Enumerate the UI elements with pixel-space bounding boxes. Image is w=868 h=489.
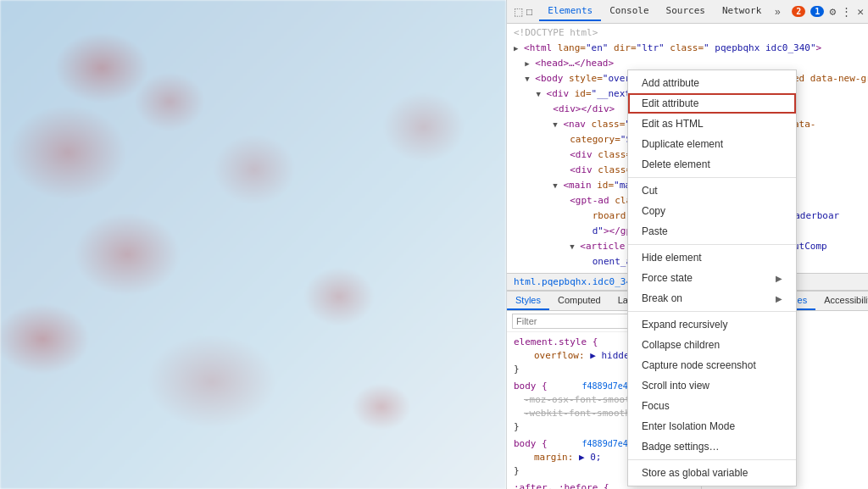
dom-line-doctype[interactable]: <!DOCTYPE html> bbox=[507, 25, 868, 41]
devtools-topbar: ⬚ □ Elements Console Sources Network » 2… bbox=[507, 0, 868, 24]
warning-badge: 1 bbox=[810, 6, 824, 17]
context-menu-item[interactable]: Badge settings… bbox=[628, 436, 796, 457]
tab-elements[interactable]: Elements bbox=[539, 2, 601, 21]
context-menu-item-label: Collapse children bbox=[642, 339, 720, 351]
context-menu-item[interactable]: Duplicate element bbox=[628, 134, 796, 154]
context-menu-item[interactable]: Store as global variable bbox=[628, 463, 796, 483]
context-menu-item[interactable]: Edit as HTML bbox=[628, 114, 796, 134]
context-menu-item-label: Hide element bbox=[642, 252, 702, 264]
context-menu-item[interactable]: Capture node screenshot bbox=[628, 355, 796, 375]
context-menu-item-label: Delete element bbox=[642, 158, 710, 170]
context-menu-item[interactable]: Collapse children bbox=[628, 335, 796, 355]
more-tabs-icon[interactable]: » bbox=[770, 4, 785, 19]
context-menu-item-label: Copy bbox=[642, 205, 665, 217]
context-menu: Add attributeEdit attributeEdit as HTMLD… bbox=[627, 69, 797, 486]
cursor-icon[interactable]: ⬚ bbox=[514, 4, 523, 19]
tab-accessibility[interactable]: Accessibility bbox=[815, 292, 868, 310]
context-menu-item-label: Edit as HTML bbox=[642, 118, 704, 130]
dom-line-html[interactable]: ▶ <html lang="en" dir="ltr" class=" pqep… bbox=[507, 41, 868, 56]
context-menu-item-label: Expand recursively bbox=[642, 319, 727, 331]
context-menu-item[interactable]: Force state▶ bbox=[628, 268, 796, 288]
submenu-arrow-icon: ▶ bbox=[776, 294, 782, 303]
context-menu-item-label: Badge settings… bbox=[642, 441, 719, 453]
context-menu-item[interactable]: Delete element bbox=[628, 154, 796, 175]
context-menu-item-label: Paste bbox=[642, 225, 668, 237]
context-menu-item[interactable]: Copy bbox=[628, 201, 796, 221]
close-icon[interactable]: ✕ bbox=[857, 5, 864, 18]
context-menu-item-label: Force state bbox=[642, 272, 693, 284]
context-menu-item[interactable]: Expand recursively bbox=[628, 314, 796, 335]
topbar-right: 2 1 ⚙ ⋮ ✕ bbox=[792, 5, 864, 18]
context-menu-item-label: Store as global variable bbox=[642, 467, 748, 479]
tab-network[interactable]: Network bbox=[714, 2, 770, 21]
context-menu-item[interactable]: Add attribute bbox=[628, 73, 796, 93]
submenu-arrow-icon: ▶ bbox=[776, 274, 782, 283]
context-menu-item[interactable]: Enter Isolation Mode bbox=[628, 416, 796, 436]
context-menu-item-label: Add attribute bbox=[642, 77, 699, 89]
error-badge: 2 bbox=[792, 6, 805, 17]
context-menu-item-label: Duplicate element bbox=[642, 138, 723, 150]
context-menu-item[interactable]: Paste bbox=[628, 221, 796, 242]
context-menu-item[interactable]: Break on▶ bbox=[628, 288, 796, 308]
context-menu-divider bbox=[628, 459, 796, 460]
context-menu-item-label: Scroll into view bbox=[642, 380, 709, 392]
context-menu-item[interactable]: Scroll into view bbox=[628, 375, 796, 396]
breadcrumb-html[interactable]: html.pqepbqhx.idc0_340 bbox=[514, 276, 637, 287]
tab-console[interactable]: Console bbox=[601, 2, 657, 21]
context-menu-divider bbox=[628, 244, 796, 245]
context-menu-item[interactable]: Focus bbox=[628, 396, 796, 416]
context-menu-item[interactable]: Cut bbox=[628, 181, 796, 201]
context-menu-item[interactable]: Edit attribute bbox=[628, 93, 796, 114]
tab-styles[interactable]: Styles bbox=[507, 292, 549, 310]
more-options-icon[interactable]: ⋮ bbox=[841, 5, 852, 18]
settings-icon[interactable]: ⚙ bbox=[829, 5, 836, 18]
context-menu-item-label: Focus bbox=[642, 400, 670, 412]
tab-computed[interactable]: Computed bbox=[549, 292, 609, 310]
context-menu-item-label: Break on bbox=[642, 292, 682, 304]
context-menu-divider bbox=[628, 311, 796, 312]
context-menu-item-label: Cut bbox=[642, 185, 658, 197]
context-menu-divider bbox=[628, 177, 796, 178]
context-menu-item-label: Edit attribute bbox=[642, 97, 698, 109]
context-menu-item-label: Enter Isolation Mode bbox=[642, 420, 735, 432]
box-inspect-icon[interactable]: □ bbox=[526, 4, 532, 19]
tab-sources[interactable]: Sources bbox=[658, 2, 714, 21]
devtools-tabs: Elements Console Sources Network » bbox=[539, 2, 785, 21]
context-menu-item-label: Capture node screenshot bbox=[642, 359, 756, 371]
context-menu-item[interactable]: Hide element bbox=[628, 247, 796, 268]
website-background bbox=[0, 0, 506, 489]
